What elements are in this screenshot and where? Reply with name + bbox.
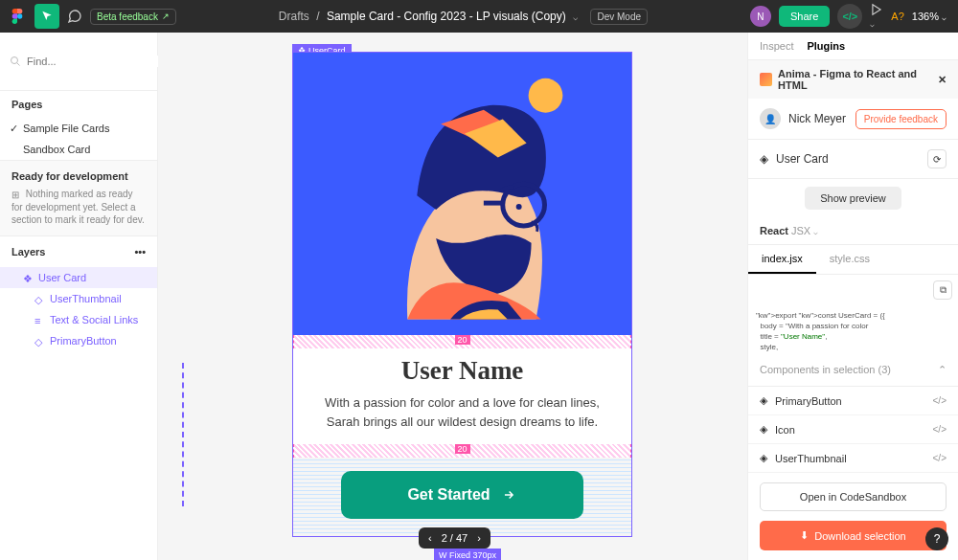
component-item[interactable]: ◈UserThumbnail</> [748,444,958,473]
chevron-down-icon[interactable]: ⌵ [573,12,578,22]
component-icon: ◈ [760,452,767,464]
breadcrumb: Drafts / Sample Card - Config 2023 - LP … [184,10,742,23]
spacing-indicator: 20 [293,335,631,348]
component-item[interactable]: ◈PrimaryButton</> [748,387,958,415]
ready-header: Ready for development [11,170,146,182]
card-title: User Name [312,356,612,386]
component-icon: ❖ [23,273,33,282]
dev-mode-badge[interactable]: Dev Mode [590,9,648,25]
tab-inspect[interactable]: Inspect [760,40,793,52]
primary-button[interactable]: Get Started [341,471,583,519]
provide-feedback-button[interactable]: Provide feedback [855,109,947,129]
user-card-frame[interactable]: 20 User Name With a passion for color an… [292,52,632,537]
spacing-indicator: 20 [293,444,631,458]
chevron-right-icon[interactable]: › [477,532,481,544]
layer-user-card[interactable]: ❖ User Card [0,267,157,288]
play-icon[interactable]: ⌵ [870,3,883,30]
right-tabs: Inspect Plugins [748,33,958,60]
code-icon[interactable]: </> [933,395,947,406]
copy-icon[interactable]: ⧉ [933,280,952,300]
layers-header: Layers ••• [0,236,157,267]
file-tabs: index.jsx style.css [748,245,958,275]
file-tab-index[interactable]: index.jsx [748,245,816,274]
svg-point-0 [17,13,22,18]
ready-for-dev-section: Ready for development ⊞ Nothing marked a… [0,160,157,236]
refresh-icon[interactable]: ⟳ [927,149,947,168]
pager-count: 2 / 47 [442,532,468,544]
move-tool-icon[interactable] [34,4,59,29]
user-name: Nick Meyer [788,112,846,125]
card-body: With a passion for color and a love for … [312,393,612,431]
file-tab-style[interactable]: style.css [816,245,883,274]
close-icon[interactable]: ✕ [938,74,947,86]
dev-mode-toggle-icon[interactable]: </> [837,4,862,29]
figma-logo-icon[interactable] [11,9,27,24]
component-icon: ◈ [760,423,767,436]
plugin-user-row: 👤 Nick Meyer Provide feedback [748,99,958,140]
component-item[interactable]: ◈Icon</> [748,415,958,444]
share-button[interactable]: Share [779,6,830,27]
download-icon: ⬇ [800,529,809,542]
crumb-drafts[interactable]: Drafts [279,10,309,23]
search-input[interactable] [27,56,159,67]
code-block[interactable]: "kw">export "kw">const UserCard = ({ bod… [748,275,958,354]
button-area: Get Started [293,458,631,536]
pages-header: Pages [0,91,157,118]
search-icon [10,56,21,67]
layer-user-thumbnail[interactable]: ◇ UserThumbnail [0,288,157,309]
page-item[interactable]: Sandbox Card [0,139,157,160]
open-codesandbox-button[interactable]: Open in CodeSandbox [760,482,947,511]
code-icon[interactable]: </> [933,424,947,435]
frame-icon: ≡ [34,315,44,325]
file-name[interactable]: Sample Card - Config 2023 - LP visuals (… [327,10,566,23]
arrow-right-icon [500,488,517,502]
missing-fonts-icon[interactable]: A? [891,11,903,22]
chevron-left-icon[interactable]: ‹ [428,532,432,544]
component-icon: ◈ [760,394,767,407]
guide-line [182,363,184,506]
chevron-up-icon[interactable]: ⌃ [938,364,947,376]
tab-plugins[interactable]: Plugins [807,40,845,52]
svg-point-3 [529,78,563,113]
instance-icon: ◇ [34,294,44,303]
code-icon[interactable]: </> [933,453,947,463]
help-icon[interactable]: ? [925,527,948,550]
show-preview-button[interactable]: Show preview [805,187,901,210]
components-header[interactable]: Components in selection (3) ⌃ [748,354,958,387]
canvas[interactable]: ❖ UserCard ➤ [158,33,747,560]
more-icon[interactable]: ••• [134,246,146,258]
left-panel: Sample File Cards ⌵ Pages Sample File Ca… [0,33,158,560]
width-label: W Fixed 370px [434,549,501,560]
plugin-header: Anima - Figma to React and HTML ✕ [748,60,958,99]
avatar[interactable]: N [750,6,771,27]
text-social-links: User Name With a passion for color and a… [293,348,631,444]
zoom-level[interactable]: 136% ⌵ [912,11,947,22]
anima-logo-icon [760,73,772,86]
layer-text-social[interactable]: ≡ Text & Social Links [0,309,157,330]
download-selection-button[interactable]: ⬇ Download selection [760,521,947,550]
user-thumbnail [293,53,631,335]
selection-pager[interactable]: ‹ 2 / 47 › [419,527,490,549]
right-panel: Inspect Plugins Anima - Figma to React a… [747,33,958,560]
search-bar: Sample File Cards ⌵ [0,33,157,91]
user-avatar: 👤 [760,108,781,129]
svg-point-5 [516,204,522,210]
selected-component-row: ◈ User Card ⟳ [748,140,958,179]
page-item[interactable]: Sample File Cards [0,118,157,139]
instance-icon: ◇ [34,336,44,346]
grid-icon: ⊞ [11,190,19,200]
comment-icon[interactable] [67,9,82,24]
component-icon: ◈ [760,152,768,166]
top-toolbar: Beta feedback Drafts / Sample Card - Con… [0,0,958,33]
layer-primary-button[interactable]: ◇ PrimaryButton [0,330,157,351]
language-selector[interactable]: React JSX ⌵ [748,217,958,245]
ready-text: ⊞ Nothing marked as ready for developmen… [11,188,146,226]
svg-point-1 [11,57,18,64]
illustration [293,53,631,333]
beta-feedback-badge[interactable]: Beta feedback [90,9,176,25]
